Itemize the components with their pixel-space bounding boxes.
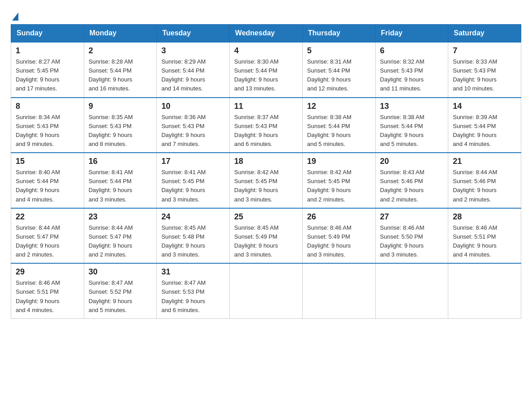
calendar-cell: 31 Sunrise: 8:47 AM Sunset: 5:53 PM Dayl… — [157, 263, 230, 318]
col-header-tuesday: Tuesday — [157, 25, 230, 43]
week-row-2: 8 Sunrise: 8:34 AM Sunset: 5:43 PM Dayli… — [11, 98, 521, 153]
day-number: 1 — [16, 46, 79, 56]
day-info: Sunrise: 8:41 AM Sunset: 5:44 PM Dayligh… — [89, 168, 152, 204]
calendar-cell: 27 Sunrise: 8:46 AM Sunset: 5:50 PM Dayl… — [375, 208, 448, 264]
day-number: 8 — [16, 102, 79, 111]
day-number: 26 — [307, 212, 371, 222]
day-info: Sunrise: 8:42 AM Sunset: 5:45 PM Dayligh… — [234, 168, 298, 204]
week-row-4: 22 Sunrise: 8:44 AM Sunset: 5:47 PM Dayl… — [11, 208, 521, 264]
calendar-cell: 10 Sunrise: 8:36 AM Sunset: 5:43 PM Dayl… — [157, 98, 230, 153]
calendar-cell: 7 Sunrise: 8:33 AM Sunset: 5:43 PM Dayli… — [448, 42, 521, 98]
week-row-3: 15 Sunrise: 8:40 AM Sunset: 5:44 PM Dayl… — [11, 153, 521, 208]
col-header-saturday: Saturday — [448, 25, 521, 43]
day-info: Sunrise: 8:34 AM Sunset: 5:43 PM Dayligh… — [16, 113, 79, 149]
day-number: 30 — [89, 267, 152, 277]
calendar-cell: 9 Sunrise: 8:35 AM Sunset: 5:43 PM Dayli… — [84, 98, 157, 153]
calendar-cell: 12 Sunrise: 8:38 AM Sunset: 5:44 PM Dayl… — [302, 98, 375, 153]
col-header-wednesday: Wednesday — [230, 25, 303, 43]
day-info: Sunrise: 8:28 AM Sunset: 5:44 PM Dayligh… — [89, 57, 152, 94]
calendar-cell: 3 Sunrise: 8:29 AM Sunset: 5:44 PM Dayli… — [157, 42, 230, 98]
logo — [11, 11, 18, 21]
day-number: 23 — [89, 212, 152, 222]
day-number: 6 — [380, 46, 444, 56]
calendar-cell: 22 Sunrise: 8:44 AM Sunset: 5:47 PM Dayl… — [11, 208, 84, 264]
calendar-cell: 4 Sunrise: 8:30 AM Sunset: 5:44 PM Dayli… — [230, 42, 303, 98]
calendar-cell: 19 Sunrise: 8:42 AM Sunset: 5:45 PM Dayl… — [302, 153, 375, 208]
day-number: 17 — [161, 157, 225, 166]
day-number: 14 — [453, 102, 516, 111]
calendar-cell — [448, 263, 521, 318]
day-info: Sunrise: 8:38 AM Sunset: 5:44 PM Dayligh… — [307, 113, 371, 149]
week-row-5: 29 Sunrise: 8:46 AM Sunset: 5:51 PM Dayl… — [11, 263, 521, 318]
calendar-cell: 21 Sunrise: 8:44 AM Sunset: 5:46 PM Dayl… — [448, 153, 521, 208]
day-info: Sunrise: 8:41 AM Sunset: 5:45 PM Dayligh… — [161, 168, 225, 204]
day-number: 5 — [307, 46, 371, 56]
day-info: Sunrise: 8:44 AM Sunset: 5:47 PM Dayligh… — [16, 223, 79, 260]
day-number: 7 — [453, 46, 516, 56]
calendar-cell: 2 Sunrise: 8:28 AM Sunset: 5:44 PM Dayli… — [84, 42, 157, 98]
logo-triangle-icon — [12, 13, 18, 21]
calendar-cell: 25 Sunrise: 8:45 AM Sunset: 5:49 PM Dayl… — [230, 208, 303, 264]
day-number: 19 — [307, 157, 371, 166]
day-number: 12 — [307, 102, 371, 111]
calendar-cell: 11 Sunrise: 8:37 AM Sunset: 5:43 PM Dayl… — [230, 98, 303, 153]
calendar-cell: 1 Sunrise: 8:27 AM Sunset: 5:45 PM Dayli… — [11, 42, 84, 98]
page-header — [11, 11, 521, 21]
calendar-cell: 24 Sunrise: 8:45 AM Sunset: 5:48 PM Dayl… — [157, 208, 230, 264]
calendar-cell: 14 Sunrise: 8:39 AM Sunset: 5:44 PM Dayl… — [448, 98, 521, 153]
day-number: 3 — [161, 46, 225, 56]
day-number: 21 — [453, 157, 516, 166]
day-info: Sunrise: 8:35 AM Sunset: 5:43 PM Dayligh… — [89, 113, 152, 149]
day-info: Sunrise: 8:47 AM Sunset: 5:53 PM Dayligh… — [161, 278, 225, 315]
calendar-cell: 6 Sunrise: 8:32 AM Sunset: 5:43 PM Dayli… — [375, 42, 448, 98]
day-info: Sunrise: 8:36 AM Sunset: 5:43 PM Dayligh… — [161, 113, 225, 149]
calendar-cell: 20 Sunrise: 8:43 AM Sunset: 5:46 PM Dayl… — [375, 153, 448, 208]
day-info: Sunrise: 8:47 AM Sunset: 5:52 PM Dayligh… — [89, 278, 152, 315]
day-info: Sunrise: 8:46 AM Sunset: 5:51 PM Dayligh… — [16, 278, 79, 315]
col-header-thursday: Thursday — [302, 25, 375, 43]
week-row-1: 1 Sunrise: 8:27 AM Sunset: 5:45 PM Dayli… — [11, 42, 521, 98]
calendar-cell: 16 Sunrise: 8:41 AM Sunset: 5:44 PM Dayl… — [84, 153, 157, 208]
calendar-cell: 30 Sunrise: 8:47 AM Sunset: 5:52 PM Dayl… — [84, 263, 157, 318]
col-header-sunday: Sunday — [11, 25, 84, 43]
calendar-cell: 15 Sunrise: 8:40 AM Sunset: 5:44 PM Dayl… — [11, 153, 84, 208]
col-header-friday: Friday — [375, 25, 448, 43]
day-number: 10 — [161, 102, 225, 111]
day-info: Sunrise: 8:29 AM Sunset: 5:44 PM Dayligh… — [161, 57, 225, 94]
day-number: 27 — [380, 212, 444, 222]
day-number: 16 — [89, 157, 152, 166]
day-number: 28 — [453, 212, 516, 222]
day-number: 13 — [380, 102, 444, 111]
day-info: Sunrise: 8:46 AM Sunset: 5:50 PM Dayligh… — [380, 223, 444, 260]
day-number: 29 — [16, 267, 79, 277]
calendar-cell — [230, 263, 303, 318]
day-info: Sunrise: 8:40 AM Sunset: 5:44 PM Dayligh… — [16, 168, 79, 204]
calendar-cell: 29 Sunrise: 8:46 AM Sunset: 5:51 PM Dayl… — [11, 263, 84, 318]
day-info: Sunrise: 8:38 AM Sunset: 5:44 PM Dayligh… — [380, 113, 444, 149]
col-header-monday: Monday — [84, 25, 157, 43]
calendar-header-row: SundayMondayTuesdayWednesdayThursdayFrid… — [11, 25, 521, 43]
day-number: 15 — [16, 157, 79, 166]
calendar-cell: 5 Sunrise: 8:31 AM Sunset: 5:44 PM Dayli… — [302, 42, 375, 98]
calendar-cell: 18 Sunrise: 8:42 AM Sunset: 5:45 PM Dayl… — [230, 153, 303, 208]
calendar-cell: 17 Sunrise: 8:41 AM Sunset: 5:45 PM Dayl… — [157, 153, 230, 208]
day-info: Sunrise: 8:43 AM Sunset: 5:46 PM Dayligh… — [380, 168, 444, 204]
day-number: 4 — [234, 46, 298, 56]
day-number: 22 — [16, 212, 79, 222]
day-info: Sunrise: 8:44 AM Sunset: 5:47 PM Dayligh… — [89, 223, 152, 260]
calendar-cell: 23 Sunrise: 8:44 AM Sunset: 5:47 PM Dayl… — [84, 208, 157, 264]
day-info: Sunrise: 8:31 AM Sunset: 5:44 PM Dayligh… — [307, 57, 371, 94]
day-info: Sunrise: 8:46 AM Sunset: 5:51 PM Dayligh… — [453, 223, 516, 260]
day-info: Sunrise: 8:30 AM Sunset: 5:44 PM Dayligh… — [234, 57, 298, 94]
day-number: 2 — [89, 46, 152, 56]
calendar-cell: 28 Sunrise: 8:46 AM Sunset: 5:51 PM Dayl… — [448, 208, 521, 264]
calendar-cell — [375, 263, 448, 318]
day-number: 24 — [161, 212, 225, 222]
calendar-cell: 13 Sunrise: 8:38 AM Sunset: 5:44 PM Dayl… — [375, 98, 448, 153]
day-info: Sunrise: 8:27 AM Sunset: 5:45 PM Dayligh… — [16, 57, 79, 94]
day-info: Sunrise: 8:32 AM Sunset: 5:43 PM Dayligh… — [380, 57, 444, 94]
day-number: 18 — [234, 157, 298, 166]
day-info: Sunrise: 8:46 AM Sunset: 5:49 PM Dayligh… — [307, 223, 371, 260]
day-info: Sunrise: 8:33 AM Sunset: 5:43 PM Dayligh… — [453, 57, 516, 94]
day-number: 25 — [234, 212, 298, 222]
